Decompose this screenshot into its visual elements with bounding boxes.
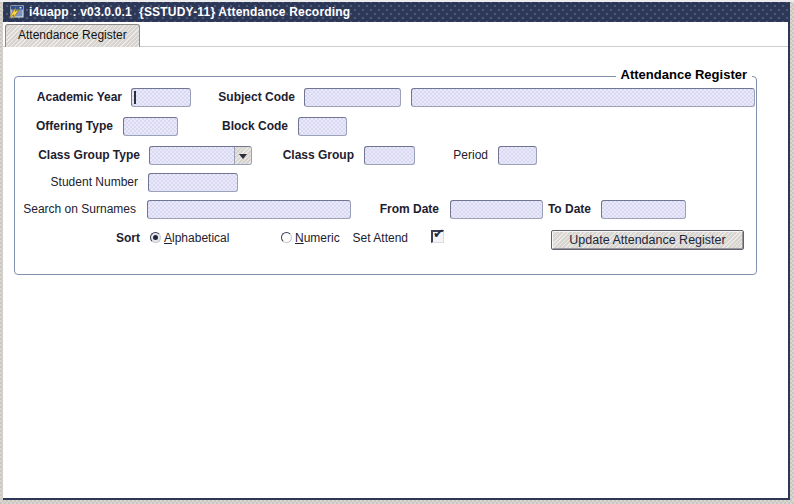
application-window: i4uapp : v03.0.0.1 {SSTUDY-11} Attendanc… bbox=[0, 0, 794, 504]
title-bar[interactable]: i4uapp : v03.0.0.1 {SSTUDY-11} Attendanc… bbox=[3, 2, 790, 22]
check-icon: ✔ bbox=[433, 227, 444, 240]
subject-code-label: Subject Code bbox=[218, 88, 295, 107]
subject-code-field[interactable] bbox=[304, 88, 401, 107]
to-date-label: To Date bbox=[548, 200, 591, 219]
period-field[interactable] bbox=[498, 146, 537, 165]
from-date-field[interactable] bbox=[450, 200, 543, 219]
chevron-down-icon[interactable] bbox=[234, 147, 251, 164]
window-title: i4uapp : v03.0.0.1 {SSTUDY-11} Attendanc… bbox=[29, 5, 350, 19]
tab-label: Attendance Register bbox=[18, 28, 127, 42]
student-number-label: Student Number bbox=[51, 173, 138, 192]
tab-attendance-register[interactable]: Attendance Register bbox=[5, 24, 140, 47]
numeric-radio-label[interactable]: Numeric bbox=[295, 229, 340, 248]
text-caret bbox=[134, 91, 136, 104]
window-border-bottom bbox=[0, 500, 794, 504]
form-canvas: Attendance Register Academic Year Subjec… bbox=[3, 47, 790, 498]
class-group-type-label: Class Group Type bbox=[38, 146, 140, 165]
to-date-field[interactable] bbox=[601, 200, 686, 219]
numeric-radio[interactable] bbox=[281, 232, 292, 243]
offering-type-field[interactable] bbox=[123, 117, 178, 136]
alphabetical-radio-label[interactable]: Alphabetical bbox=[164, 229, 229, 248]
academic-year-field[interactable] bbox=[131, 88, 191, 107]
search-on-surnames-label: Search on Surnames bbox=[23, 200, 136, 219]
offering-type-label: Offering Type bbox=[36, 117, 113, 136]
window-accent-right bbox=[788, 2, 790, 500]
window-border-top bbox=[0, 0, 794, 2]
block-code-label: Block Code bbox=[222, 117, 288, 136]
class-group-field[interactable] bbox=[364, 146, 415, 165]
forms-runtime-lightning-icon bbox=[7, 4, 24, 20]
frame-title: Attendance Register bbox=[616, 67, 752, 82]
block-code-field[interactable] bbox=[298, 117, 347, 136]
period-label: Period bbox=[453, 146, 488, 165]
class-group-label: Class Group bbox=[283, 146, 354, 165]
student-number-field[interactable] bbox=[148, 173, 238, 192]
set-attend-label: Set Attend bbox=[353, 229, 408, 248]
set-attend-checkbox[interactable]: ✔ bbox=[431, 230, 444, 243]
class-group-type-select[interactable] bbox=[149, 146, 252, 165]
academic-year-label: Academic Year bbox=[37, 88, 122, 107]
window-border-right bbox=[790, 0, 794, 504]
window-border-left bbox=[0, 0, 3, 504]
subject-description-field[interactable] bbox=[411, 88, 755, 107]
from-date-label: From Date bbox=[380, 200, 439, 219]
search-on-surnames-field[interactable] bbox=[147, 200, 351, 219]
update-attendance-register-button[interactable]: Update Attendance Register bbox=[551, 230, 744, 250]
tab-bar: Attendance Register bbox=[3, 22, 790, 47]
sort-label: Sort bbox=[116, 229, 140, 248]
window-accent-bottom bbox=[3, 498, 790, 500]
alphabetical-radio[interactable] bbox=[150, 232, 161, 243]
